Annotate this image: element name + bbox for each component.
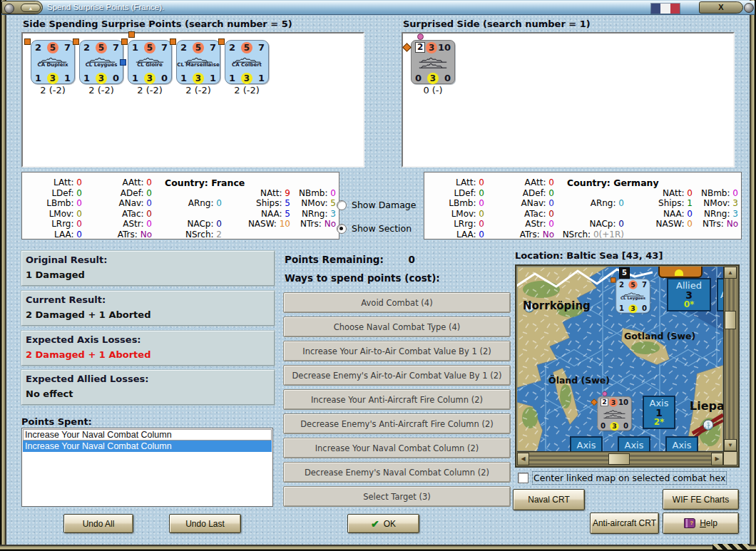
marker-dot xyxy=(170,38,176,45)
axis-stack-box-4[interactable]: Axis 4 xyxy=(665,436,698,451)
undo-last-button[interactable]: Undo Last xyxy=(169,514,241,533)
stat-value: ARng: 0 xyxy=(556,198,625,209)
stat-value: LAA: 0 xyxy=(426,230,486,240)
unit-counter[interactable]: 2310030 xyxy=(597,396,631,431)
map-ship-counter[interactable]: 257CL Leygues130 xyxy=(614,279,652,318)
map-vertical-scrollbar[interactable]: ▲ ▼ xyxy=(723,267,737,451)
horizontal-scroll-thumb[interactable] xyxy=(608,453,630,465)
points-spent-item[interactable]: Increase Your Naval Combat Column xyxy=(23,441,272,452)
axis-stack-box-1[interactable]: Axis 1 2* xyxy=(643,396,675,429)
map-viewport[interactable]: ⚓ ⚓ Norrköping Gotland (Swe) Öland (Swe)… xyxy=(517,267,723,451)
spend-option-button[interactable]: Increase Your Naval Combat Column (2) xyxy=(283,438,511,458)
marker-dot xyxy=(402,43,412,52)
map-city-liepaja: Liepaja xyxy=(690,399,723,413)
show-damage-radio[interactable] xyxy=(337,200,347,210)
stat-empty xyxy=(223,230,292,240)
stat-empty xyxy=(625,230,694,240)
center-map-checkbox[interactable] xyxy=(518,473,528,483)
help-button[interactable]: Help xyxy=(663,513,739,534)
title-bar[interactable]: ▲ Spend Surprise Points (France). X xyxy=(1,1,755,15)
scroll-right-button[interactable]: ▶ xyxy=(711,453,723,465)
ship-name: CL Marseillaise xyxy=(177,63,219,68)
close-button[interactable]: X xyxy=(699,1,743,14)
collapse-icon[interactable]: ▲ xyxy=(21,4,41,12)
undo-all-button[interactable]: Undo All xyxy=(63,514,133,533)
scroll-down-button[interactable]: ▼ xyxy=(724,439,737,451)
unit-counter[interactable]: 157CL Gloire130 xyxy=(128,40,172,84)
result-value: No effect xyxy=(26,388,73,399)
unit-counter[interactable]: 257CL Leygues130 xyxy=(79,40,123,84)
side-spending-units-panel: 257CA Dupleix1312 (-2)257CL Leygues1302 … xyxy=(21,32,364,168)
scroll-up-button[interactable]: ▲ xyxy=(724,267,737,279)
map-enemy-counter[interactable]: 2310030 xyxy=(596,396,633,436)
marker-dot xyxy=(121,38,128,45)
fleet-counters: 257CA Dupleix1312 (-2)257CL Leygues1302 … xyxy=(29,40,271,102)
anti-aircraft-crt-button[interactable]: Anti-aircraft CRT xyxy=(590,513,659,534)
window-title: Spend Surprise Points (France). xyxy=(47,3,164,11)
spend-option-button[interactable]: Increase Your Air-to-Air Combat Value By… xyxy=(283,341,511,361)
scroll-left-button[interactable]: ◀ xyxy=(517,453,529,465)
marker-dot xyxy=(602,391,607,396)
unit-counter[interactable]: 2310030 xyxy=(411,40,455,84)
result-title: Original Result: xyxy=(26,254,107,265)
map-island-oland: Öland (Swe) xyxy=(548,375,610,386)
allied-stack-box[interactable]: Allied 3 0* xyxy=(667,278,711,311)
stat-value: LDef: 0 xyxy=(426,188,486,199)
surprised-units-panel: 23100300 (-) xyxy=(402,32,735,168)
stat-value: AStr: 0 xyxy=(83,219,153,230)
partial-counter[interactable] xyxy=(658,267,703,278)
ship-name: CL Leygues xyxy=(86,63,118,68)
spend-option-button[interactable]: Decrease Enemy's Air-to-Air Combat Value… xyxy=(283,365,511,386)
ship-name: CA Colbert xyxy=(232,63,262,68)
stat-value: Ships: 1 xyxy=(625,198,694,209)
stat-value: AAtt: 0 xyxy=(486,177,556,188)
spend-option-button[interactable]: Decrease Enemy's Naval Combat Column (2) xyxy=(283,462,511,483)
show-section-option[interactable]: Show Section xyxy=(337,223,412,234)
axis-stack-box-2[interactable]: Axis 2 xyxy=(570,436,603,451)
stat-value: NRng: 3 xyxy=(292,209,337,220)
stat-value: LAtt: 0 xyxy=(426,177,486,188)
points-spent-list[interactable]: Increase Your Naval Combat ColumnIncreas… xyxy=(21,428,273,507)
map-city-norrkoping: Norrköping xyxy=(523,299,591,312)
window-border-left xyxy=(0,0,6,551)
combat-map[interactable]: ⚓ ⚓ Norrköping Gotland (Swe) Öland (Swe)… xyxy=(515,264,740,468)
ship-name: CL Gloire xyxy=(137,63,163,68)
french-flag-icon xyxy=(650,3,680,14)
marker-dot xyxy=(120,59,126,66)
stat-value: AAtt: 0 xyxy=(83,177,153,188)
ok-button[interactable]: ✔ OK xyxy=(347,514,419,533)
stat-value: NBmb: 0 xyxy=(694,188,740,199)
stat-value: ATac: 0 xyxy=(83,209,153,220)
wif-fe-charts-button[interactable]: WIF FE Charts xyxy=(663,489,739,510)
spend-option-button[interactable]: Avoid Combat (4) xyxy=(283,292,511,313)
naval-crt-button[interactable]: Naval CRT xyxy=(513,489,585,510)
show-damage-option[interactable]: Show Damage xyxy=(337,200,416,210)
stat-empty xyxy=(694,230,740,240)
stat-empty xyxy=(556,209,625,220)
stat-value: ATrs: No xyxy=(486,230,556,240)
center-map-label: Center linked map on selected combat hex xyxy=(533,473,725,483)
clipped-stack-box[interactable]: A xyxy=(717,278,723,311)
unit-counter[interactable]: 257CL Leygues130 xyxy=(615,279,650,313)
spend-option-button[interactable]: Choose Naval Combat Type (4) xyxy=(283,316,511,337)
spend-option-button[interactable]: Decrease Enemy's Anti-Aircraft Fire Colu… xyxy=(283,413,511,434)
spend-option-button[interactable]: Select Target (3) xyxy=(283,486,511,507)
vertical-scroll-thumb[interactable] xyxy=(725,311,736,329)
axis-stack-box-3[interactable]: Axis 3 xyxy=(618,436,650,451)
counter-result-label: 2 (-2) xyxy=(174,85,223,96)
center-map-option[interactable]: Center linked map on selected combat hex xyxy=(518,473,725,483)
map-horizontal-scrollbar[interactable]: ◀ ▶ xyxy=(517,451,723,465)
screw-icon xyxy=(744,3,754,13)
counter-result-label: 2 (-2) xyxy=(126,85,174,96)
window-menu-button[interactable]: ▲ xyxy=(1,1,43,14)
stat-value: NAtt: 0 xyxy=(625,188,694,199)
unit-counter[interactable]: 257CA Colbert131 xyxy=(225,40,269,84)
marker-dot xyxy=(611,277,615,282)
show-section-radio[interactable] xyxy=(337,224,347,234)
unit-counter[interactable]: 257CL Marseillaise131 xyxy=(176,40,220,84)
points-spent-item[interactable]: Increase Your Naval Combat Column xyxy=(23,429,272,441)
spend-option-button[interactable]: Increase Your Anti-Aircraft Fire Column … xyxy=(283,389,511,410)
hazard-stripe-decoration xyxy=(712,544,750,550)
france-stats-panel: LAtt: 0AAtt: 0Country: FranceLDef: 0ADef… xyxy=(21,172,339,240)
unit-counter[interactable]: 257CA Dupleix131 xyxy=(31,40,75,84)
